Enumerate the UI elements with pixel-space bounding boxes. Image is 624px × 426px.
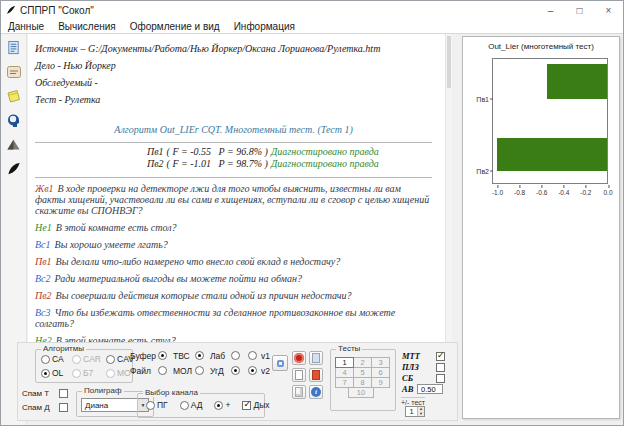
- plz-label: ПЛЗ: [402, 362, 419, 372]
- menu-calculations[interactable]: Вычисления: [51, 21, 123, 32]
- monitor-button[interactable]: [272, 355, 288, 371]
- document-scrollbar[interactable]: [445, 34, 452, 342]
- radio-cav[interactable]: [106, 355, 115, 364]
- channel-group-title: Выбор канала: [143, 388, 200, 397]
- pdf-export-button[interactable]: [309, 368, 323, 382]
- chart-x-tick-label: -0.6: [536, 189, 547, 196]
- v1-radio[interactable]: [248, 351, 257, 360]
- result-detail: ( F = -0.55 P = 96.8% ): [167, 146, 268, 157]
- spinner-down-icon[interactable]: ▼: [418, 412, 424, 417]
- scrollbar-thumb[interactable]: [447, 36, 451, 88]
- mol-label: МОЛ: [173, 366, 192, 376]
- source-buffer-label: Буфер: [130, 351, 156, 361]
- save-icon: [312, 353, 320, 363]
- spam-d-checkbox[interactable]: [59, 403, 68, 412]
- source-buffer-radio[interactable]: [158, 351, 167, 360]
- menu-data[interactable]: Данные: [1, 21, 51, 32]
- question-text: Вы хорошо умеете лгать?: [55, 239, 168, 250]
- question-text: Вы совершали действия которые стали одно…: [56, 290, 352, 301]
- tvs-label: ТВС: [173, 351, 190, 361]
- test-number-spinner[interactable]: 1 ▲ ▼: [405, 406, 425, 417]
- v1-label: v1: [261, 351, 270, 361]
- maximize-button[interactable]: □: [565, 1, 594, 19]
- question-list: Жв1В ходе проверки на детекторе лжи для …: [35, 183, 432, 342]
- question-label: Вс3: [35, 307, 51, 318]
- radio-ca[interactable]: [41, 355, 50, 364]
- menu-appearance[interactable]: Оформление и вид: [123, 21, 227, 32]
- channel-plus-label: +: [225, 400, 230, 410]
- radio-b7[interactable]: [72, 369, 81, 378]
- divider: [35, 177, 432, 178]
- question-label: Жв1: [35, 183, 54, 194]
- radio-ca-label: СА: [52, 354, 64, 364]
- question-text: В этой комнате есть стол?: [56, 222, 177, 233]
- result-label: Пв2: [147, 158, 164, 169]
- source-file-label: Файл: [130, 366, 151, 376]
- window-controls: – □ ×: [536, 1, 623, 19]
- channel-plus-radio[interactable]: [214, 401, 223, 410]
- radio-ol[interactable]: [41, 369, 50, 378]
- question-label: Не1: [35, 222, 52, 233]
- av-label: АВ: [402, 384, 413, 394]
- record-button[interactable]: [292, 351, 306, 365]
- spam-t-checkbox[interactable]: [59, 389, 68, 398]
- channel-group: Выбор канала ПГ АД + Дых: [137, 393, 265, 418]
- breath-checkbox[interactable]: [242, 401, 251, 410]
- radio-car-label: CAR: [83, 354, 101, 364]
- edit-button[interactable]: [292, 385, 306, 399]
- test-number-value: 1: [406, 407, 417, 416]
- mol-radio[interactable]: [195, 366, 204, 375]
- radio-car[interactable]: [72, 355, 81, 364]
- sticky-note-icon[interactable]: [5, 87, 23, 105]
- minimize-button[interactable]: –: [536, 1, 565, 19]
- head-profile-icon[interactable]: [5, 111, 23, 129]
- close-button[interactable]: ×: [594, 1, 623, 19]
- algorithm-heading: Алгоритм Out_LIEr CQT. Многотемный тест.…: [35, 124, 432, 135]
- edit-icon: [295, 387, 303, 397]
- menubar: Данные Вычисления Оформление и вид Инфор…: [1, 19, 623, 34]
- radio-mo[interactable]: [106, 369, 115, 378]
- pdf-icon: [312, 370, 320, 380]
- sb-checkbox[interactable]: [436, 374, 445, 383]
- report-document: Источник – G:/Документы/Работа/Нью Йорке…: [28, 34, 452, 342]
- document-icon[interactable]: [5, 39, 23, 57]
- copy-icon: [295, 370, 303, 380]
- mtt-checkbox[interactable]: [436, 352, 445, 361]
- sb-row: СБ: [402, 373, 445, 383]
- feather-icon[interactable]: [5, 159, 23, 177]
- menu-information[interactable]: Информация: [227, 21, 302, 32]
- result-diagnosis: Диагностировано правда: [271, 146, 379, 157]
- channel-ad-radio[interactable]: [180, 401, 189, 410]
- test-cell-10[interactable]: 10: [348, 387, 374, 398]
- av-field[interactable]: 0.50: [417, 384, 443, 394]
- card-icon[interactable]: [5, 63, 23, 81]
- chart-y-tick-label: Пв1: [476, 95, 489, 102]
- channel-pg-radio[interactable]: [146, 401, 155, 410]
- question-text: Что бы избежать отвественности за сделан…: [35, 307, 395, 329]
- report-subject-line: Обследуемый -: [35, 77, 432, 94]
- pyramid-icon[interactable]: [5, 135, 23, 153]
- test-cell-1[interactable]: 1: [335, 357, 354, 368]
- breath-label: Дых: [253, 400, 269, 410]
- copy-button[interactable]: [292, 368, 306, 382]
- result-row: Пв2( F = -1.01 P = 98.7% )Диагностирован…: [147, 158, 432, 170]
- source-file-radio[interactable]: [158, 366, 167, 375]
- ugd-radio[interactable]: [231, 366, 240, 375]
- monitor-icon: [277, 360, 284, 367]
- chart-title: Out_Lier (многотемный тест): [463, 42, 619, 51]
- chart-bar-Пв1: [547, 64, 607, 99]
- result-row: Пв1( F = -0.55 P = 96.8% )Диагностирован…: [147, 146, 432, 158]
- chart-x-tick-label: 0.0: [603, 189, 612, 196]
- result-label: Пв1: [147, 146, 164, 157]
- result-diagnosis: Диагностировано правда: [271, 158, 379, 169]
- question-label: Вс2: [35, 273, 51, 284]
- question-row: Жв1В ходе проверки на детекторе лжи для …: [35, 183, 432, 216]
- v2-radio[interactable]: [248, 366, 257, 375]
- question-row: Пв2Вы совершали действия которые стали о…: [35, 290, 432, 301]
- save-button[interactable]: [309, 351, 323, 365]
- question-row: Вс2Ради материальной выгоды вы можете по…: [35, 273, 432, 284]
- tvs-radio[interactable]: [195, 351, 204, 360]
- info-button[interactable]: i: [309, 385, 323, 399]
- lab-radio[interactable]: [231, 351, 240, 360]
- plz-checkbox[interactable]: [436, 363, 445, 372]
